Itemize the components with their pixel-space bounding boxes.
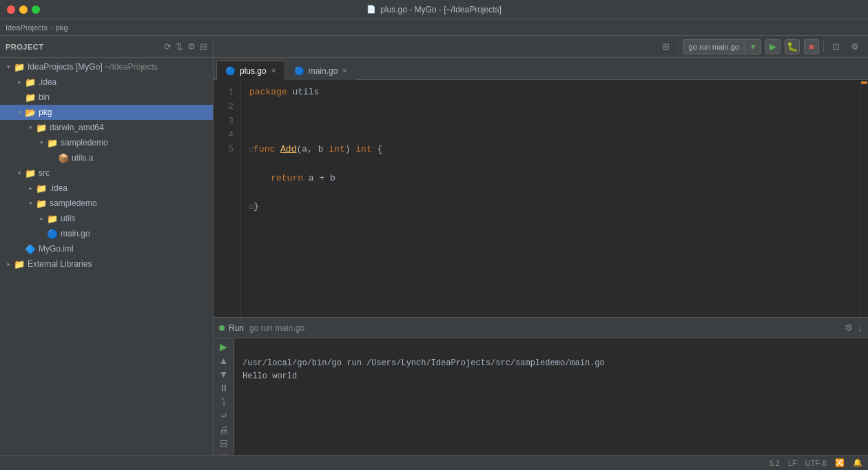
line-number: 5	[214, 143, 238, 157]
line-number: 2	[214, 100, 238, 114]
tree-item-utils-folder[interactable]: ▾ 📁 utils	[0, 211, 213, 226]
settings-icon[interactable]: ⚙	[847, 39, 862, 54]
scroll-up-button[interactable]: ▲	[216, 355, 231, 366]
tree-item-darwin[interactable]: ▾ 📁 darwin_amd64	[0, 120, 213, 135]
tree-item-ext-libs[interactable]: ▾ 📁 External Libraries	[0, 256, 213, 272]
folder-icon: 📁	[14, 62, 25, 72]
tree-item-label: main.go	[61, 229, 90, 238]
tree-item-src[interactable]: ▾ 📁 src	[0, 165, 213, 181]
run-tab[interactable]: Run go run main.go	[219, 323, 304, 333]
run-button[interactable]: ▶	[765, 39, 781, 54]
collapse-icon[interactable]: ⇅	[176, 41, 183, 52]
notification-label: 🔔	[853, 458, 862, 467]
tree-item-pkg[interactable]: ▾ 📂 pkg	[0, 105, 213, 120]
output-line-1: /usr/local/go/bin/go run /Users/Lynch/Id…	[242, 358, 605, 368]
tree-item-label: IdeaProjects [MyGo] ~/IdeaProjects	[28, 62, 158, 72]
tree-item-label: sampledemo	[61, 138, 108, 147]
tree-item-label: src	[39, 168, 50, 178]
sync-icon[interactable]: ⟳	[164, 41, 172, 52]
window-controls[interactable]	[7, 6, 40, 14]
tree-item-label: .idea	[50, 183, 68, 193]
filter-button[interactable]: ⊟	[216, 438, 231, 449]
tab-main-go[interactable]: 🔵 main.go ✕	[285, 61, 357, 80]
breadcrumb-separator: ›	[50, 23, 53, 32]
terminal-icon[interactable]: ⊡	[828, 39, 843, 54]
minimize-button[interactable]	[19, 6, 28, 14]
close-button[interactable]	[7, 6, 15, 14]
editor-content[interactable]: 1 2 3 4 5 package utils ⊡func Add(a, b i…	[214, 80, 868, 317]
tree-item-mygo-iml[interactable]: ▾ 🔷 MyGo.iml	[0, 241, 213, 256]
tab-close-button[interactable]: ✕	[271, 67, 276, 74]
tree-item-label: utils.a	[72, 153, 93, 163]
bottom-panel-header: Run go run main.go ⚙ ↓	[214, 318, 868, 338]
code-editor[interactable]: package utils ⊡func Add(a, b int) int { …	[241, 80, 860, 317]
sidebar-header: Project ⟳ ⇅ ⚙ ⊟	[0, 36, 213, 58]
pause-button[interactable]: ⏸	[216, 382, 231, 394]
tree-arrow: ▾	[5, 258, 12, 269]
cursor-position: 5:2	[769, 459, 780, 467]
tree-item-idea2[interactable]: ▾ 📁 .idea	[0, 181, 213, 196]
folder-icon: 📁	[47, 138, 58, 148]
tree-item-main-go[interactable]: ▾ 🔵 main.go	[0, 226, 213, 241]
folder-icon: 📁	[36, 123, 47, 133]
tree-item-bin[interactable]: ▾ 📁 bin	[0, 90, 213, 105]
breadcrumb-item[interactable]: IdeaProjects	[6, 23, 48, 32]
layout-icon[interactable]: ⊞	[659, 39, 674, 54]
run-label: Run	[229, 323, 244, 333]
debug-button[interactable]: 🐛	[785, 39, 800, 54]
tree-item-utils-a[interactable]: ▾ 📦 utils.a	[0, 150, 213, 165]
stop-button[interactable]: ■	[804, 39, 819, 54]
tree-item-sampledemo-pkg[interactable]: ▾ 📁 sampledemo	[0, 135, 213, 150]
run-dropdown-button[interactable]: ▾	[745, 40, 761, 54]
close-icon[interactable]: ↓	[858, 323, 863, 333]
line-separator[interactable]: LF	[788, 459, 797, 467]
go-file-icon: 🔵	[294, 66, 304, 76]
toolbar-separator	[678, 41, 679, 52]
error-indicator	[861, 81, 867, 84]
soft-wrap-button[interactable]: ⤶	[216, 410, 231, 421]
sidebar-toolbar: ⟳ ⇅ ⚙ ⊟	[164, 41, 207, 52]
main-layout: Project ⟳ ⇅ ⚙ ⊟ ▾ 📁 IdeaProjects [MyGo] …	[0, 36, 868, 455]
go-file-icon: 🔵	[225, 66, 236, 76]
settings-icon[interactable]: ⚙	[187, 41, 196, 52]
sidebar-title: Project	[6, 43, 43, 51]
tree-arrow: ▾	[3, 63, 14, 70]
git-icon[interactable]: 🔀	[835, 458, 845, 467]
settings-icon[interactable]: ⚙	[845, 323, 853, 333]
breadcrumb: IdeaProjects › pkg	[0, 19, 868, 36]
tree-item-label: utils	[61, 214, 75, 223]
maximize-button[interactable]	[32, 6, 40, 14]
toolbar-separator	[823, 41, 824, 52]
play-button[interactable]: ▶	[216, 341, 231, 352]
tree-item-sampledemo-src[interactable]: ▾ 📁 sampledemo	[0, 196, 213, 211]
run-config-combo[interactable]: go run main.go ▾	[683, 39, 761, 54]
tab-label: main.go	[309, 66, 338, 76]
scroll-down-button[interactable]: ▼	[216, 369, 231, 380]
folder-icon: 📁	[25, 168, 36, 178]
tree-arrow: ▾	[16, 76, 23, 88]
gear-icon[interactable]: ⊟	[200, 41, 207, 52]
notification-icon[interactable]: 🔔	[853, 458, 862, 467]
tree-arrow: ▾	[36, 139, 47, 146]
archive-file-icon: 📦	[58, 153, 69, 163]
tab-close-button[interactable]: ✕	[342, 67, 347, 74]
wrap-button[interactable]: ⤵	[216, 396, 231, 407]
code-line-2	[249, 114, 851, 129]
breadcrumb-item[interactable]: pkg	[56, 23, 68, 32]
title-label: plus.go - MyGo - [~/IdeaProjects]	[380, 5, 502, 14]
editor-scrollbar[interactable]	[860, 80, 868, 317]
top-toolbar: ⊞ go run main.go ▾ ▶ 🐛 ■ ⊡ ⚙	[214, 36, 868, 58]
folder-icon: 📁	[47, 214, 58, 224]
tree-item-label: .idea	[39, 77, 56, 87]
iml-file-icon: 🔷	[25, 244, 36, 254]
tree-item-root[interactable]: ▾ 📁 IdeaProjects [MyGo] ~/IdeaProjects	[0, 59, 213, 74]
tree-arrow: ▾	[27, 183, 34, 194]
print-button[interactable]: 🖨	[216, 424, 231, 435]
folder-open-icon: 📂	[25, 108, 36, 118]
tree-item-idea[interactable]: ▾ 📁 .idea	[0, 74, 213, 90]
tab-plus-go[interactable]: 🔵 plus.go ✕	[216, 61, 285, 80]
folder-icon: 📁	[25, 77, 36, 88]
folder-icon: 📁	[25, 92, 36, 103]
code-line-4: return a + b	[249, 172, 851, 186]
encoding[interactable]: UTF-8	[805, 459, 827, 467]
